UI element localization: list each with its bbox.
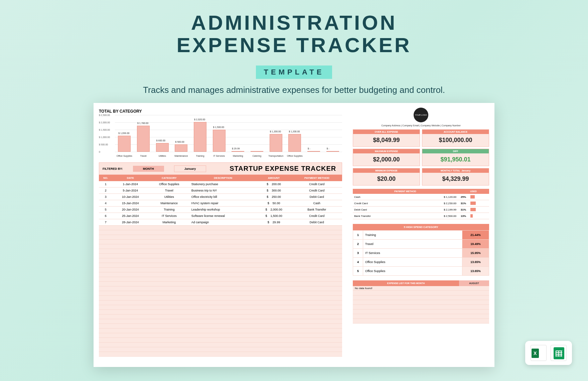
- empty-rows: [99, 226, 342, 357]
- high-spend-table: 1Training21.44%2Travel19.49%3IT Services…: [353, 230, 489, 276]
- chart-title: TOTAL BY CATEGORY: [99, 109, 342, 114]
- category-bar-chart: $ 2,500.00$ 2,000.00$ 1,500.00$ 1,000.00…: [99, 115, 342, 158]
- spreadsheet-preview: TOTAL BY CATEGORY $ 2,500.00$ 2,000.00$ …: [94, 103, 494, 367]
- format-badge: [525, 341, 572, 365]
- list-item: Cash$ 1,120.0025%: [353, 194, 489, 200]
- list-item: 2Travel19.49%: [353, 240, 489, 249]
- table-row: 310-Jan-2024UtilitiesOffice electricity …: [99, 194, 342, 200]
- expense-month-rows: No data found!: [353, 286, 489, 324]
- list-item: 5Office Supplies13.65%: [353, 267, 489, 276]
- stat-maximum-expense: MAXIMUM EXPENSE$2,000.00: [353, 149, 420, 166]
- payment-method-table: PAYMENT METHODUSED Cash$ 1,120.0025%Cred…: [353, 189, 489, 219]
- filter-month-value[interactable]: January: [174, 165, 206, 172]
- stat-monthly-total: MONTHLY TOTAL January$4,329.99: [422, 168, 489, 185]
- stat-diff: DIFF$91,950.01: [422, 149, 489, 166]
- table-row: 11-Jan-2024Office SuppliesStationery pur…: [99, 181, 342, 187]
- table-row: 25-Jan-2024TravelBusiness trip to NY$ 30…: [99, 187, 342, 194]
- stat-overall-expense: OVER ALL EXPENSE$8,049.99: [353, 129, 420, 147]
- list-item: Credit Card$ 2,230.0031%: [353, 200, 489, 207]
- stat-minimum-expense: MINIMUM EXPENSE$20.00: [353, 168, 420, 185]
- table-row: 415-Jan-2024MaintenanceHVAC system repai…: [99, 200, 342, 207]
- list-item: Debit Card$ 2,199.9931%: [353, 207, 489, 213]
- list-item: 3IT Services15.95%: [353, 249, 489, 258]
- page-title-line2: EXPENSE TRACKER: [0, 34, 588, 56]
- expense-month-header: EXPENSE LIST FOR THIS MONTH AUGUST: [353, 280, 489, 286]
- template-badge: TEMPLATE: [256, 66, 332, 79]
- page-title-line1: ADMINISTRATION: [0, 12, 588, 34]
- page-subtitle: Tracks and manages administrative expens…: [0, 85, 588, 95]
- logo-placeholder: YOUR LOGO: [414, 108, 428, 122]
- filter-row: FILTERED BY: MONTH January STARTUP EXPEN…: [99, 162, 342, 175]
- filter-month-label: MONTH: [133, 166, 164, 172]
- table-row: 728-Jan-2024MarketingAd campaign$ 29.99D…: [99, 219, 342, 226]
- high-spend-header: 5 HIGH SPEND CATEGORY: [353, 224, 489, 230]
- company-info-line: Company Address | Company Email | Compan…: [353, 124, 489, 127]
- list-item: Bank Transfer$ 2,500.0013%: [353, 213, 489, 219]
- table-row: 625-Jan-2024IT ServicesSoftware license …: [99, 213, 342, 219]
- filter-label: FILTERED BY:: [103, 167, 123, 170]
- google-sheets-icon: [551, 345, 567, 361]
- list-item: 1Training21.44%: [353, 231, 489, 240]
- expense-table: NO.DATECATEGORYDESCRIPTIONAMOUNTPAYMENT …: [99, 175, 342, 226]
- table-row: 520-Jan-2024TrainingLeadership workshop$…: [99, 207, 342, 213]
- tracker-title: STARTUP EXPENSE TRACKER: [230, 165, 336, 172]
- stat-account-balance: ACCOUNT BALANCE$100,000.00: [422, 129, 489, 147]
- list-item: 4Office Supplies13.65%: [353, 258, 489, 267]
- excel-icon: [531, 345, 547, 361]
